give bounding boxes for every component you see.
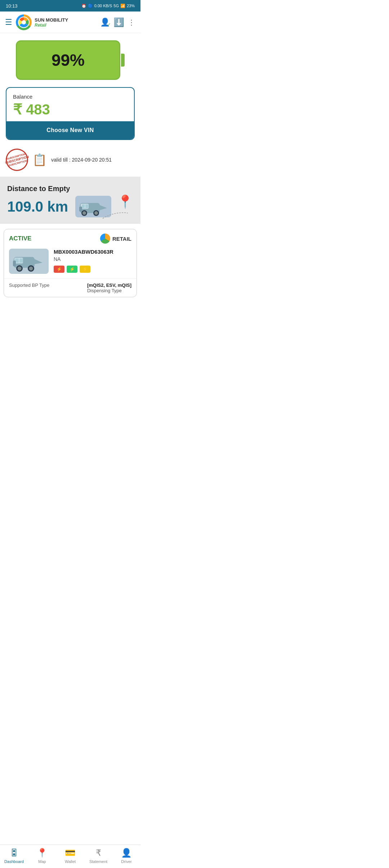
logo-icon <box>16 14 32 30</box>
battery-status: 23% <box>127 4 135 8</box>
svg-marker-21 <box>35 259 43 264</box>
svg-rect-4 <box>82 204 85 208</box>
hamburger-menu[interactable]: ☰ <box>5 18 12 27</box>
alarm-icon: ⏰ <box>81 4 86 8</box>
download-cloud-icon[interactable]: ⬇️ <box>113 17 124 27</box>
logo-text: SUN MOBILITY Retail <box>35 17 68 28</box>
svg-point-20 <box>29 267 33 271</box>
status-time: 10:13 <box>6 3 18 9</box>
battery-section: 99% <box>0 33 140 87</box>
balance-card: Balance ₹ 483 Choose New VIN <box>6 87 135 140</box>
subscription-stamp: SUBSCRIPTION SUBSCRIPTION SUBSCRIPTION <box>3 146 31 173</box>
svg-rect-10 <box>79 207 82 212</box>
distance-section: Distance to Empty 109.0 km <box>0 177 140 224</box>
status-icons: ⏰ 🔵 0.00 KB/S 5G 📶 23% <box>81 4 135 8</box>
dte-vehicle-area: 📍 <box>75 196 133 217</box>
svg-point-1 <box>22 20 26 24</box>
logo-area: SUN MOBILITY Retail <box>16 14 100 30</box>
bluetooth-icon: 🔵 <box>88 4 93 8</box>
battery-bar: 99% <box>16 40 120 80</box>
dispensing-type-value: [mQIS2, ESV, mQIS] <box>87 282 131 288</box>
header-action-icons: 👤✓ ⬇️ ⋮ <box>100 17 135 27</box>
svg-rect-5 <box>85 204 88 208</box>
balance-amount: ₹ 483 <box>13 101 128 118</box>
validity-text: valid till : 2024-09-20 20:51 <box>51 157 112 163</box>
bp-chip-red: ⚡ <box>54 266 64 273</box>
svg-rect-16 <box>13 261 16 266</box>
svg-rect-15 <box>19 258 23 263</box>
balance-label: Balance <box>13 94 128 100</box>
active-card-footer: Supported BP Type [mQIS2, ESV, mQIS] Dis… <box>4 279 137 297</box>
network-speed: 0.00 KB/S <box>94 4 112 8</box>
active-status-badge: ACTIVE <box>9 235 31 242</box>
vehicle-details: MBX0003ABWD63063R NA ⚡ ⚡ ⚡ <box>54 249 131 275</box>
location-pin-icon: 📍 <box>117 194 133 209</box>
brand-sun: SUN <box>35 17 46 23</box>
bp-chip-green: ⚡ <box>67 266 77 273</box>
brand-retail: Retail <box>35 23 68 28</box>
user-verified-icon[interactable]: 👤✓ <box>100 18 110 27</box>
choose-vin-button[interactable]: Choose New VIN <box>6 121 134 139</box>
svg-point-9 <box>94 211 98 215</box>
subscription-row: SUBSCRIPTION SUBSCRIPTION SUBSCRIPTION 📋… <box>0 144 140 175</box>
dispensing-type-label: Dispensing Type <box>87 288 131 293</box>
signal-bars: 📶 <box>120 4 125 8</box>
svg-point-7 <box>82 211 86 215</box>
retail-logo-icon <box>100 234 110 244</box>
bp-chip-yellow: ⚡ <box>80 266 90 273</box>
balance-value: 483 <box>26 101 50 117</box>
retail-badge: RETAIL <box>100 234 131 244</box>
document-icon: 📋 <box>32 153 47 167</box>
signal-icon: 5G <box>113 4 119 8</box>
active-vehicle-card: ACTIVE RETAIL <box>4 229 137 297</box>
active-vehicle-image <box>9 249 49 274</box>
dte-value: 109.0 km <box>7 199 68 215</box>
bp-type-chips: ⚡ ⚡ ⚡ <box>54 266 131 273</box>
vin-number: MBX0003ABWD63063R <box>54 249 131 255</box>
active-card-header: ACTIVE RETAIL <box>4 229 137 245</box>
supported-bp-label: Supported BP Type <box>9 282 49 288</box>
more-options-icon[interactable]: ⋮ <box>128 18 135 27</box>
active-card-body: MBX0003ABWD63063R NA ⚡ ⚡ ⚡ <box>4 245 137 279</box>
vin-sub-info: NA <box>54 256 131 262</box>
route-path <box>101 209 130 220</box>
dte-row: 109.0 km <box>7 196 133 217</box>
dispensing-type-col: [mQIS2, ESV, mQIS] Dispensing Type <box>87 282 131 293</box>
svg-point-18 <box>18 267 22 271</box>
brand-mobility: MOBILITY <box>46 17 68 23</box>
app-header: ☰ SUN MOBILITY Retail 👤✓ <box>0 12 140 33</box>
battery-percent: 99% <box>52 50 85 70</box>
balance-content: Balance ₹ 483 <box>6 88 134 121</box>
dte-label: Distance to Empty <box>7 185 133 193</box>
supported-bp-col: Supported BP Type <box>9 282 49 293</box>
battery-tip <box>121 54 125 67</box>
retail-label: RETAIL <box>112 236 131 242</box>
battery-wrapper: 99% <box>16 40 125 80</box>
currency-symbol: ₹ <box>13 101 22 117</box>
status-bar: 10:13 ⏰ 🔵 0.00 KB/S 5G 📶 23% <box>0 0 140 12</box>
